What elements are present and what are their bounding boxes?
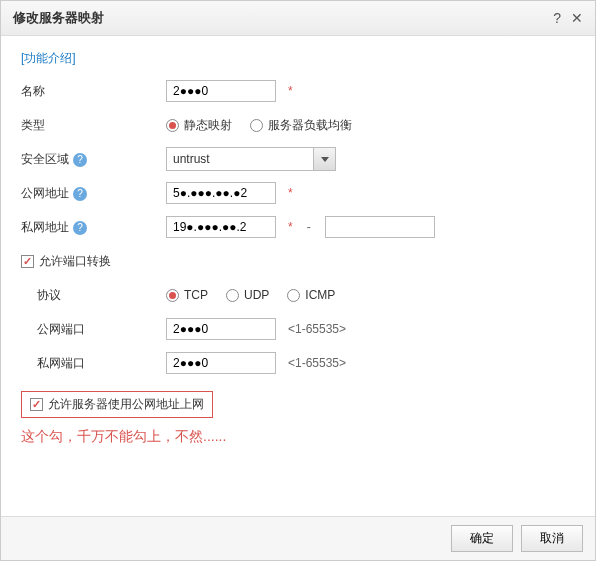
allow-reverse-label: 允许服务器使用公网地址上网 — [48, 396, 204, 413]
help-icon[interactable]: ? — [73, 221, 87, 235]
type-label: 类型 — [21, 117, 166, 134]
name-input[interactable] — [166, 80, 276, 102]
allow-reverse-checkbox[interactable]: 允许服务器使用公网地址上网 — [30, 396, 204, 413]
titlebar-controls: ? ✕ — [553, 10, 583, 26]
privateip-label: 私网地址? — [21, 219, 166, 236]
dialog-title: 修改服务器映射 — [13, 9, 553, 27]
help-icon[interactable]: ? — [553, 10, 561, 26]
privateport-label: 私网端口 — [37, 355, 166, 372]
intro-link[interactable]: [功能介绍] — [21, 50, 76, 67]
checkbox-icon — [30, 398, 43, 411]
required-mark: * — [288, 84, 293, 98]
publicport-hint: <1-65535> — [288, 322, 346, 336]
publicport-label: 公网端口 — [37, 321, 166, 338]
protocol-label: 协议 — [37, 287, 166, 304]
dialog-content: [功能介绍] 名称 * 类型 静态映射 服务器负载均衡 — [1, 36, 595, 460]
dialog: 修改服务器映射 ? ✕ [功能介绍] 名称 * 类型 静态映射 — [0, 0, 596, 561]
zone-label: 安全区域? — [21, 151, 166, 168]
required-mark: * — [288, 220, 293, 234]
close-icon[interactable]: ✕ — [571, 10, 583, 26]
chevron-down-icon[interactable] — [313, 148, 335, 170]
privateport-input[interactable] — [166, 352, 276, 374]
type-static-radio[interactable]: 静态映射 — [166, 117, 232, 134]
zone-select[interactable]: untrust — [166, 147, 336, 171]
protocol-tcp-radio[interactable]: TCP — [166, 288, 208, 302]
protocol-udp-radio[interactable]: UDP — [226, 288, 269, 302]
warning-text: 这个勾，千万不能勾上，不然...... — [21, 428, 575, 446]
publicip-input[interactable] — [166, 182, 276, 204]
protocol-icmp-radio[interactable]: ICMP — [287, 288, 335, 302]
help-icon[interactable]: ? — [73, 153, 87, 167]
dialog-footer: 确定 取消 — [1, 516, 595, 560]
cancel-button[interactable]: 取消 — [521, 525, 583, 552]
type-static-label: 静态映射 — [184, 117, 232, 134]
allow-reverse-box: 允许服务器使用公网地址上网 — [21, 391, 213, 418]
privateip-end-input[interactable] — [325, 216, 435, 238]
type-loadbalance-label: 服务器负载均衡 — [268, 117, 352, 134]
publicport-input[interactable] — [166, 318, 276, 340]
checkbox-icon — [21, 255, 34, 268]
protocol-icmp-label: ICMP — [305, 288, 335, 302]
titlebar: 修改服务器映射 ? ✕ — [1, 1, 595, 36]
publicip-label: 公网地址? — [21, 185, 166, 202]
protocol-udp-label: UDP — [244, 288, 269, 302]
privateip-input[interactable] — [166, 216, 276, 238]
ok-button[interactable]: 确定 — [451, 525, 513, 552]
name-label: 名称 — [21, 83, 166, 100]
privateport-hint: <1-65535> — [288, 356, 346, 370]
required-mark: * — [288, 186, 293, 200]
allow-port-label: 允许端口转换 — [39, 253, 111, 270]
type-loadbalance-radio[interactable]: 服务器负载均衡 — [250, 117, 352, 134]
range-dash: - — [307, 220, 311, 234]
zone-value: untrust — [167, 152, 313, 166]
allow-port-checkbox[interactable]: 允许端口转换 — [21, 253, 111, 270]
protocol-tcp-label: TCP — [184, 288, 208, 302]
help-icon[interactable]: ? — [73, 187, 87, 201]
